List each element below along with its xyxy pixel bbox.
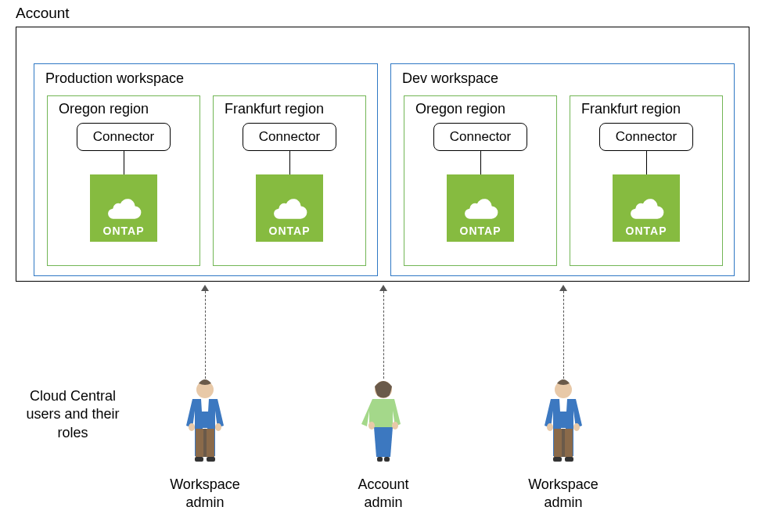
- role-label: Workspace admin: [150, 476, 260, 511]
- svg-rect-9: [384, 457, 390, 462]
- arrow-line: [205, 291, 206, 379]
- svg-rect-4: [207, 457, 215, 462]
- role-text-line1: Workspace: [170, 476, 240, 492]
- svg-point-6: [215, 423, 221, 431]
- svg-point-17: [547, 423, 553, 431]
- ontap-label: ONTAP: [626, 225, 667, 237]
- region-oregon-prod: Oregon region Connector ONTAP: [47, 95, 200, 266]
- region-label: Frankfurt region: [225, 101, 324, 117]
- ontap-label: ONTAP: [460, 225, 501, 237]
- cloud-icon: [103, 193, 144, 221]
- region-label: Oregon region: [59, 101, 149, 117]
- svg-rect-15: [553, 457, 562, 462]
- arrow-line: [563, 291, 564, 379]
- role-text-line2: admin: [364, 494, 402, 510]
- svg-rect-16: [565, 457, 573, 462]
- workspace-production: Production workspace Oregon region Conne…: [34, 63, 378, 276]
- arrow-head-icon: [201, 285, 209, 291]
- svg-point-10: [368, 422, 375, 430]
- ontap-icon: ONTAP: [90, 174, 157, 242]
- region-oregon-dev: Oregon region Connector ONTAP: [404, 95, 557, 266]
- workspace-dev: Dev workspace Oregon region Connector ON…: [390, 63, 735, 276]
- region-frankfurt-prod: Frankfurt region Connector ONTAP: [213, 95, 366, 266]
- person-icon: [360, 379, 407, 473]
- role-label: Workspace admin: [509, 476, 618, 511]
- connector-box: Connector: [77, 123, 171, 151]
- ontap-icon: ONTAP: [447, 174, 514, 242]
- cloud-icon: [269, 193, 310, 221]
- role-text-line1: Workspace: [528, 476, 598, 492]
- svg-rect-2: [203, 429, 207, 457]
- role-text-line2: admin: [544, 494, 582, 510]
- role-label: Account admin: [329, 476, 438, 511]
- connector-line: [646, 151, 647, 174]
- svg-rect-8: [377, 457, 383, 462]
- region-label: Oregon region: [415, 101, 505, 117]
- ontap-icon: ONTAP: [256, 174, 323, 242]
- arrow-head-icon: [379, 285, 387, 291]
- ontap-label: ONTAP: [103, 225, 145, 237]
- cloud-icon: [460, 193, 501, 221]
- person-icon: [182, 379, 228, 473]
- ontap-label: ONTAP: [269, 225, 311, 237]
- svg-rect-3: [195, 457, 203, 462]
- person-icon: [540, 379, 587, 473]
- connector-box: Connector: [243, 123, 336, 151]
- connector-line: [289, 151, 290, 174]
- account-box: Production workspace Oregon region Conne…: [16, 27, 749, 282]
- connector-box: Connector: [599, 123, 693, 151]
- svg-rect-14: [562, 429, 565, 457]
- cloud-icon: [626, 193, 667, 221]
- svg-point-11: [392, 422, 398, 430]
- role-text-line1: Account: [358, 476, 408, 492]
- svg-point-5: [189, 423, 195, 431]
- workspace-label: Production workspace: [45, 70, 184, 87]
- workspace-label: Dev workspace: [402, 70, 498, 87]
- arrow-line: [383, 291, 384, 379]
- account-label: Account: [16, 5, 70, 22]
- connector-line: [480, 151, 481, 174]
- region-frankfurt-dev: Frankfurt region Connector ONTAP: [570, 95, 723, 266]
- arrow-head-icon: [559, 285, 567, 291]
- ontap-icon: ONTAP: [613, 174, 680, 242]
- connector-box: Connector: [433, 123, 527, 151]
- svg-point-18: [573, 423, 580, 431]
- role-text-line2: admin: [185, 494, 224, 510]
- users-roles-caption: Cloud Central users and their roles: [14, 387, 131, 442]
- region-label: Frankfurt region: [581, 101, 681, 117]
- connector-line: [124, 151, 124, 174]
